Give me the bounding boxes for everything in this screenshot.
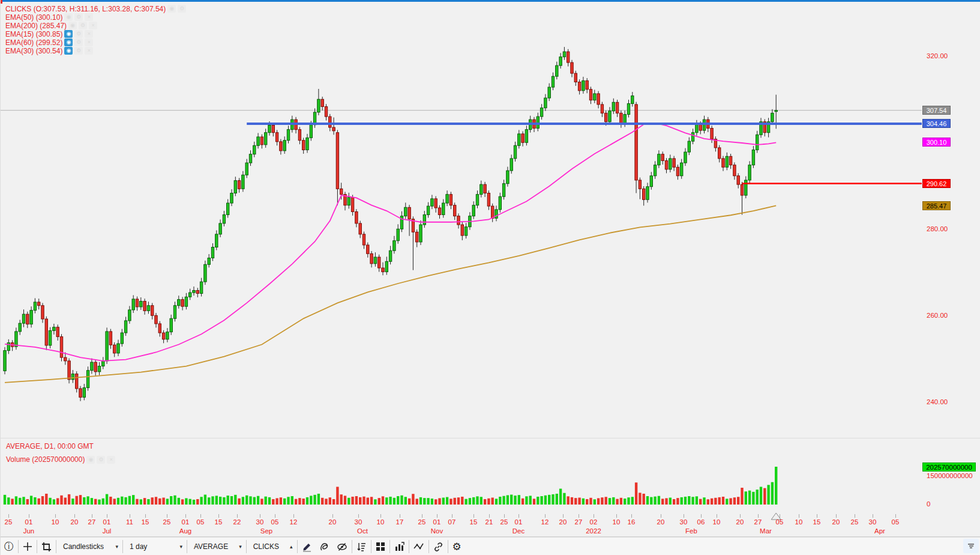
candlestick — [306, 138, 308, 150]
volume-axis-tick: 0 — [927, 500, 930, 508]
volume-bar — [332, 499, 335, 505]
volume-bar — [19, 498, 21, 505]
gear-icon[interactable]: ⚙ — [74, 47, 83, 55]
eye-icon[interactable]: ◉ — [86, 456, 95, 464]
volume-bar — [703, 497, 705, 505]
candlestick — [298, 130, 301, 141]
volume-bar — [113, 499, 116, 505]
candlestick — [245, 163, 248, 175]
candlestick — [367, 245, 369, 253]
candlestick — [574, 73, 577, 82]
bottom-right-panel-button[interactable] — [963, 539, 979, 553]
volume-bar — [117, 498, 119, 505]
candlestick — [586, 80, 588, 89]
eye-icon[interactable]: ◉ — [167, 5, 176, 13]
volume-bar — [321, 498, 323, 505]
candlestick — [41, 306, 44, 319]
close-icon[interactable]: × — [85, 38, 93, 46]
settings-button[interactable]: ⚙ — [449, 538, 465, 555]
candlestick — [582, 80, 585, 91]
candlestick — [223, 215, 225, 223]
volume-bar — [38, 499, 40, 505]
crop-button[interactable] — [38, 538, 55, 555]
candlestick — [121, 333, 123, 344]
hide-drawings-button[interactable] — [333, 538, 351, 555]
candlestick — [45, 319, 47, 345]
candlestick — [268, 125, 271, 132]
info-button[interactable]: ⓘ — [1, 538, 17, 555]
candlestick — [143, 302, 146, 311]
draw-curve-button[interactable] — [316, 538, 333, 555]
candlestick — [79, 389, 82, 397]
eye-icon[interactable]: ◉ — [64, 47, 73, 55]
chart-switch-button[interactable] — [391, 538, 408, 555]
candlestick — [382, 268, 384, 271]
gear-icon[interactable]: ⚙ — [74, 13, 83, 21]
symbol-label: CLICKS — [251, 542, 281, 551]
crosshair-button[interactable] — [19, 538, 36, 555]
time-axis-day-label: 17 — [396, 518, 404, 526]
close-icon[interactable]: × — [85, 13, 93, 21]
time-axis-day-label: 07 — [448, 518, 456, 526]
candlestick — [140, 302, 142, 307]
volume-bar — [544, 496, 547, 505]
candlestick — [594, 94, 596, 100]
sort-button[interactable] — [353, 538, 370, 555]
bottom-toolbar: ⓘ Candlesticks ▾ 1 day ▾ AVERAGE ▾ CLICK… — [1, 537, 980, 555]
candlestick — [548, 87, 550, 98]
eye-icon[interactable]: ◉ — [68, 22, 77, 29]
time-axis-tick — [358, 514, 359, 518]
time-axis-tick — [740, 514, 741, 518]
volume-bar — [393, 498, 395, 505]
time-axis-day-label: 25 — [501, 518, 508, 526]
gear-icon[interactable]: ⚙ — [74, 38, 83, 46]
interval-dropdown[interactable]: 1 day ▾ — [124, 538, 186, 555]
close-icon[interactable]: × — [85, 30, 93, 38]
gear-icon[interactable]: ⚙ — [74, 30, 83, 38]
eye-icon[interactable]: ◉ — [64, 13, 73, 21]
candlestick — [703, 120, 705, 130]
info-icon: ⓘ — [4, 541, 14, 553]
volume-bar — [499, 497, 501, 505]
candlestick — [166, 332, 169, 339]
volume-bar — [412, 494, 414, 505]
link-button[interactable] — [430, 538, 447, 555]
candlestick — [578, 82, 580, 90]
candlestick — [124, 321, 127, 333]
candlestick — [332, 127, 335, 131]
candlestick — [321, 99, 323, 106]
candlestick — [86, 371, 89, 388]
volume-bar — [128, 496, 131, 505]
time-axis-day-label: 10 — [52, 518, 59, 526]
eye-icon[interactable]: ◉ — [64, 30, 73, 38]
time-axis-tick — [855, 514, 855, 518]
series-dropdown[interactable]: AVERAGE ▾ — [188, 538, 245, 555]
gear-icon[interactable]: ⚙ — [178, 5, 186, 13]
close-icon[interactable]: × — [107, 456, 115, 464]
volume-bar — [181, 499, 184, 505]
draw-pencil-button[interactable] — [298, 538, 316, 555]
volume-legend-label: Volume (202570000000) — [6, 455, 85, 464]
candlestick — [283, 141, 286, 151]
toolbar-separator — [37, 540, 37, 553]
close-icon[interactable]: × — [89, 22, 97, 29]
volume-bar — [4, 495, 6, 505]
gear-icon[interactable]: ⚙ — [97, 456, 105, 464]
candlestick — [691, 133, 694, 141]
eye-icon[interactable]: ◉ — [64, 38, 73, 46]
gear-icon[interactable]: ⚙ — [79, 22, 87, 29]
chart-type-label: Candlesticks — [61, 542, 106, 551]
pencil-icon — [302, 542, 312, 552]
symbol-dropdown[interactable]: CLICKS ▴ — [247, 538, 296, 555]
candlestick — [537, 117, 539, 128]
volume-bar — [771, 482, 774, 505]
candlestick — [374, 257, 376, 264]
volume-bar — [306, 497, 308, 505]
time-axis-tick — [260, 514, 260, 518]
crop-icon — [41, 542, 52, 552]
line-style-button[interactable] — [410, 538, 428, 555]
volume-bar — [287, 497, 289, 505]
chart-type-dropdown[interactable]: Candlesticks ▾ — [57, 538, 122, 555]
close-icon[interactable]: × — [85, 47, 93, 55]
layout-grid-button[interactable] — [372, 538, 389, 555]
